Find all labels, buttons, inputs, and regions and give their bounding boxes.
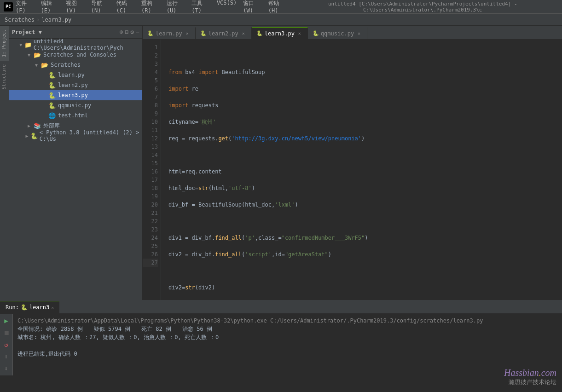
structure-tab[interactable]: Structure <box>0 61 9 93</box>
code-content[interactable]: from bs4 import BeautifulSoup import re … <box>161 40 562 300</box>
tree-label-scratches-consoles: Scratches and Consoles <box>43 52 116 58</box>
code-editor[interactable]: 12345 678910 1112131415 1617181920 21222… <box>143 40 562 300</box>
tab-label-learn: learn.py <box>156 30 182 37</box>
scroll-down-button[interactable]: ⬇ <box>1 363 12 374</box>
project-tab[interactable]: 1: Project <box>0 26 9 61</box>
tree-label-learn2-py: learn2.py <box>58 82 88 88</box>
scroll-up-button[interactable]: ⬆ <box>1 352 12 362</box>
tree-item-scratches[interactable]: ▼ 📂 Scratches <box>9 60 142 70</box>
breadcrumb: Scratches › learn3.py <box>0 14 562 26</box>
tab-qqmusic-py[interactable]: 🐍 qqmusic.py ✕ <box>308 27 367 39</box>
py-file-icon: 🐍 <box>48 71 56 79</box>
tree-label-learn-py: learn.py <box>58 72 85 78</box>
menu-tools[interactable]: 工具(T) <box>191 0 210 14</box>
tab-learn2-py[interactable]: 🐍 learn2.py ✕ <box>196 27 252 39</box>
tree-item-qqmusic-py[interactable]: 🐍 qqmusic.py <box>9 100 142 110</box>
run-file-icon: 🐍 <box>21 304 28 311</box>
sidebar-tree: ▼ 📁 untitled4 C:\Users\Administrator\Pyc… <box>9 39 142 300</box>
tree-item-untitled4[interactable]: ▼ 📁 untitled4 C:\Users\Administrator\Pyc… <box>9 40 142 50</box>
sidebar-collapse-icon[interactable]: ⊟ <box>125 29 129 35</box>
sidebar-add-icon[interactable]: ⊕ <box>120 29 123 35</box>
tab-learn-py[interactable]: 🐍 learn.py ✕ <box>143 27 196 39</box>
expand-arrow: ▶ <box>28 123 33 128</box>
line-numbers: 12345 678910 1112131415 1617181920 21222… <box>143 40 161 300</box>
window-title: untitled4 [C:\Users\Administrator\Pychar… <box>287 1 559 13</box>
stop-button[interactable]: ⏹ <box>1 328 12 338</box>
sidebar-icons: ⊕ ⊟ ⚙ − <box>120 29 139 35</box>
no-arrow <box>42 113 48 118</box>
run-output-line1: 全国情况: 确诊 2858 例 疑似 5794 例 死亡 82 例 治愈 56 … <box>17 325 557 333</box>
watermark: Hassbian.com 瀚思彼岸技术论坛 <box>504 368 556 386</box>
menu-help[interactable]: 帮助(H) <box>268 0 287 14</box>
tree-item-learn2-py[interactable]: 🐍 learn2.py <box>9 80 142 90</box>
tab-close-learn2[interactable]: ✕ <box>240 30 247 37</box>
tab-label-learn3: learn3.py <box>265 30 295 37</box>
menu-file[interactable]: 文件(F) <box>16 0 35 14</box>
run-output-exit: 进程已结束,退出代码 0 <box>17 350 557 358</box>
tree-item-scratches-consoles[interactable]: ▼ 📂 Scratches and Consoles <box>9 50 142 60</box>
python-icon: 🐍 <box>30 132 38 140</box>
no-arrow <box>42 103 48 108</box>
watermark-url: Hassbian.com <box>504 368 556 378</box>
menu-vcs[interactable]: VCS(S) <box>217 0 237 14</box>
expand-arrow: ▶ <box>25 133 30 138</box>
sidebar-close-icon[interactable]: − <box>136 29 139 35</box>
bottom-tabs: Run: 🐍 learn3 ✕ <box>0 301 562 314</box>
run-button[interactable]: ▶ <box>1 316 12 326</box>
py-file-icon: 🐍 <box>48 101 56 110</box>
tree-item-python38[interactable]: ▶ 🐍 < Python 3.8 (untitled4) (2) > C:\Us <box>9 131 142 141</box>
editor-area: 🐍 learn.py ✕ 🐍 learn2.py ✕ 🐍 learn3.py ✕… <box>143 26 562 300</box>
tab-py-icon: 🐍 <box>313 30 319 36</box>
run-toolbar: ▶ ⏹ ↺ ⬆ ⬇ <box>0 314 13 375</box>
lib-icon: 📚 <box>33 121 41 130</box>
menu-refactor[interactable]: 重构(R) <box>141 0 160 14</box>
tree-label-external-libs: 外部库 <box>43 122 60 130</box>
titlebar: PC 文件(F) 编辑(E) 视图(V) 导航(N) 代码(C) 重构(R) 运… <box>0 0 562 14</box>
run-tab[interactable]: Run: 🐍 learn3 ✕ <box>0 301 59 314</box>
run-output: C:\Users\Administrator\AppData\Local\Pro… <box>13 314 562 375</box>
tree-item-learn3-py[interactable]: 🐍 learn3.py <box>9 90 142 100</box>
sidebar: Project ▼ ⊕ ⊟ ⚙ − ▼ 📁 untitled4 C:\Users… <box>9 26 143 300</box>
breadcrumb-file[interactable]: learn3.py <box>41 17 71 23</box>
watermark-dot: . <box>539 368 541 378</box>
py-file-icon: 🐍 <box>48 81 56 89</box>
no-arrow <box>42 83 48 88</box>
tab-close-learn[interactable]: ✕ <box>184 30 191 37</box>
folder-icon: 📁 <box>24 40 32 49</box>
tree-item-learn-py[interactable]: 🐍 learn.py <box>9 70 142 80</box>
watermark-name: 瀚思彼岸技术论坛 <box>504 378 556 386</box>
tab-py-icon: 🐍 <box>256 30 263 36</box>
breadcrumb-sep: › <box>36 17 40 23</box>
tab-learn3-py[interactable]: 🐍 learn3.py ✕ <box>252 27 308 39</box>
tab-close-learn3[interactable]: ✕ <box>296 30 303 37</box>
tab-close-qqmusic[interactable]: ✕ <box>356 30 362 37</box>
menu-bar: 文件(F) 编辑(E) 视图(V) 导航(N) 代码(C) 重构(R) 运行(U… <box>16 0 287 14</box>
tab-label-learn2: learn2.py <box>209 30 238 37</box>
sidebar-settings-icon[interactable]: ⚙ <box>130 29 134 35</box>
menu-view[interactable]: 视图(V) <box>66 0 85 14</box>
run-toolbar-bottom: ▶ ⏹ ↺ ⬆ ⬇ C:\Users\Administrator\AppData… <box>0 314 562 375</box>
sidebar-title: Project ▼ <box>12 29 120 35</box>
menu-window[interactable]: 窗口(W) <box>243 0 262 14</box>
tab-py-icon: 🐍 <box>200 30 207 36</box>
html-file-icon: 🌐 <box>48 111 56 120</box>
menu-code[interactable]: 代码(C) <box>116 0 135 14</box>
tree-item-test-html[interactable]: 🌐 test.html <box>9 110 142 121</box>
tree-label-test-html: test.html <box>58 112 88 119</box>
tab-label-qqmusic: qqmusic.py <box>321 30 354 37</box>
tabs-bar: 🐍 learn.py ✕ 🐍 learn2.py ✕ 🐍 learn3.py ✕… <box>143 26 562 40</box>
left-tab-panel: 1: Project Structure <box>0 26 9 300</box>
folder-open-icon: 📂 <box>33 51 41 59</box>
rerun-button[interactable]: ↺ <box>1 340 12 350</box>
tree-label-python38: < Python 3.8 (untitled4) (2) > C:\Us <box>40 129 142 142</box>
run-file-name: learn3 <box>29 304 49 311</box>
menu-nav[interactable]: 导航(N) <box>91 0 110 14</box>
run-cmd-line: C:\Users\Administrator\AppData\Local\Pro… <box>17 317 557 325</box>
breadcrumb-root[interactable]: Scratches <box>5 17 35 23</box>
run-tab-close[interactable]: ✕ <box>51 305 54 310</box>
run-output-line2: 城市名: 杭州, 确诊人数 ：27, 疑似人数 ：0, 治愈人数 ：0, 死亡人… <box>17 333 557 341</box>
main-layout: 1: Project Structure Project ▼ ⊕ ⊟ ⚙ − ▼… <box>0 26 562 300</box>
menu-run[interactable]: 运行(U) <box>167 0 185 14</box>
menu-edit[interactable]: 编辑(E) <box>41 0 60 14</box>
py-file-icon: 🐍 <box>48 91 56 99</box>
